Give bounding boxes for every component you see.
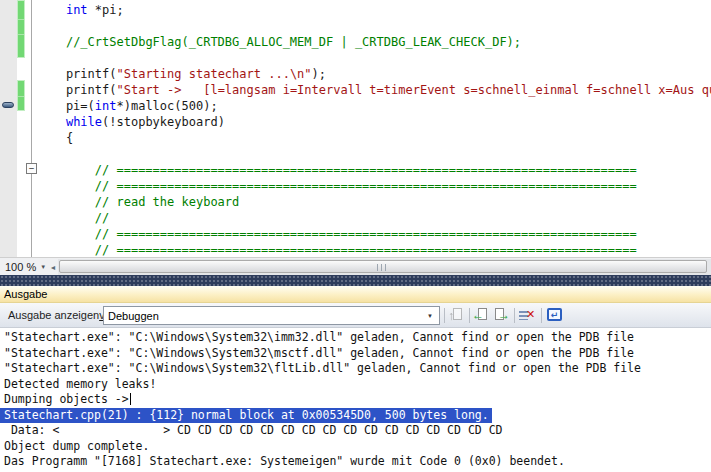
code-line[interactable]: pi=(int*)malloc(500); [37, 98, 711, 114]
fold-margin-line [31, 0, 32, 257]
scrollbar-thumb[interactable] [59, 260, 707, 273]
output-line[interactable]: "Statechart.exe": "C:\Windows\System32\f… [0, 361, 711, 377]
window-splitter[interactable] [0, 275, 711, 286]
code-line[interactable]: { [37, 130, 711, 146]
next-message-button[interactable]: → [492, 307, 510, 324]
code-line[interactable]: // read the keyboard [37, 194, 711, 210]
arrow-right-icon: → [498, 308, 510, 322]
code-line[interactable] [37, 18, 711, 34]
scroll-left-icon: ◄ [50, 264, 57, 271]
code-text-area[interactable]: int *pi; //_CrtSetDbgFlag(_CRTDBG_ALLOC_… [37, 2, 711, 257]
vs-ide-window: − int *pi; //_CrtSetDbgFlag(_CRTDBG_ALLO… [0, 0, 711, 472]
code-line[interactable]: printf("Starting statechart ...\n"); [37, 66, 711, 82]
change-tracking-bar [17, 80, 25, 111]
find-message-button[interactable]: ↑ [448, 307, 466, 324]
output-panel-header[interactable]: Ausgabe [0, 286, 711, 303]
word-wrap-toggle-button[interactable]: ↵ [546, 307, 564, 324]
scroll-left-button[interactable]: ◄ [48, 259, 58, 275]
output-source-value: Debuggen [104, 310, 427, 322]
editor-indicator-margin[interactable] [0, 0, 17, 257]
document-icon [453, 308, 462, 320]
code-editor[interactable]: − int *pi; //_CrtSetDbgFlag(_CRTDBG_ALLO… [0, 0, 711, 257]
chevron-down-icon: ▼ [427, 313, 439, 319]
code-line[interactable]: // =====================================… [37, 242, 711, 257]
code-line[interactable]: // =====================================… [37, 226, 711, 242]
output-toolbar: Ausgabe anzeigen von: Debuggen ▼ ↑ ← → ✕ [0, 303, 711, 328]
code-line[interactable] [37, 50, 711, 66]
chevron-down-icon: ▼ [40, 264, 46, 270]
change-tracking-bar [17, 0, 25, 58]
toolbar-separator [444, 308, 445, 323]
margin-dash-icon[interactable] [2, 102, 14, 108]
arrow-up-icon: ↑ [448, 309, 454, 323]
arrow-left-icon: ← [472, 308, 484, 322]
code-line[interactable]: // =====================================… [37, 162, 711, 178]
collapse-toggle-icon[interactable]: − [26, 163, 37, 174]
code-line[interactable]: printf("Start -> [l=langsam i=Intervall … [37, 82, 711, 98]
previous-message-button[interactable]: ← [473, 307, 491, 324]
text-caret [130, 393, 131, 405]
code-line[interactable]: while(!stopbykeyboard) [37, 114, 711, 130]
word-wrap-icon: ↵ [547, 308, 562, 321]
output-line[interactable]: "Statechart.exe": "C:\Windows\System32\m… [0, 346, 711, 362]
clear-x-icon: ✕ [526, 308, 535, 321]
output-line[interactable]: "Statechart.exe": "C:\Windows\System32\i… [0, 330, 711, 346]
zoom-level-value: 100 % [5, 261, 36, 273]
toolbar-separator [514, 308, 515, 323]
horizontal-scrollbar[interactable] [58, 259, 711, 275]
output-line[interactable]: Dumping objects -> [0, 392, 711, 408]
code-line[interactable]: //_CrtSetDbgFlag(_CRTDBG_ALLOC_MEM_DF | … [37, 34, 711, 50]
code-line[interactable]: // =====================================… [37, 178, 711, 194]
output-line[interactable]: Data: < > CD CD CD CD CD CD CD CD CD CD … [0, 423, 711, 439]
output-line[interactable]: Das Programm "[7168] Statechart.exe: Sys… [0, 454, 711, 470]
output-text-area[interactable]: "Statechart.exe": "C:\Windows\System32\i… [0, 330, 711, 472]
output-line-highlighted[interactable]: Statechart.cpp(21) : {112} normal block … [0, 408, 492, 424]
output-line[interactable]: Detected memory leaks! [0, 377, 711, 393]
toolbar-separator [541, 308, 542, 323]
code-line[interactable]: // [37, 210, 711, 226]
clear-all-button[interactable]: ✕ [518, 307, 536, 324]
zoom-level-combo[interactable]: 100 % ▼ [0, 259, 47, 275]
scrollbar-grip-icon [377, 264, 389, 271]
toolbar-separator [469, 308, 470, 323]
output-source-combo[interactable]: Debuggen ▼ [103, 306, 440, 325]
output-line[interactable]: Object dump complete. [0, 439, 711, 455]
editor-status-row: 100 % ▼ ◄ [0, 257, 711, 275]
code-line[interactable] [37, 146, 711, 162]
code-line[interactable]: int *pi; [37, 2, 711, 18]
output-panel-title: Ausgabe [0, 288, 47, 300]
